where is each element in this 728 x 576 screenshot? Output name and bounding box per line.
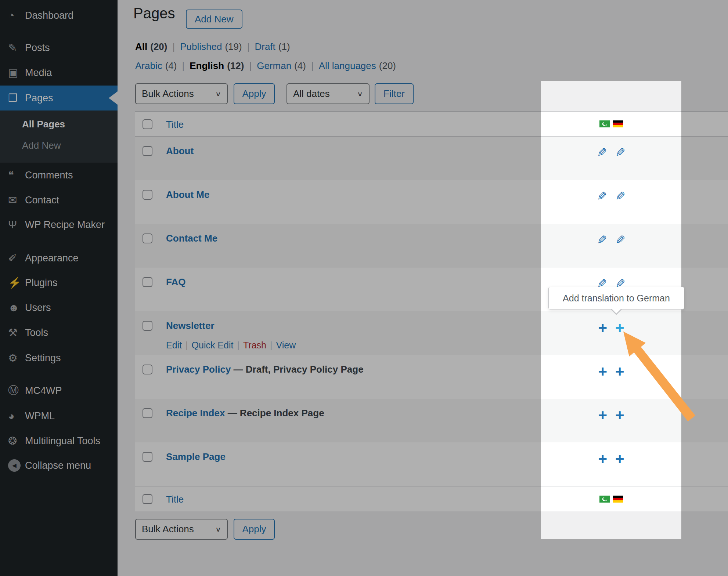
row-checkbox[interactable]	[143, 146, 152, 156]
translation-cell: + +	[541, 355, 681, 399]
page-title-link[interactable]: About	[166, 145, 194, 156]
sidebar-item-media[interactable]: ▣Media	[0, 60, 118, 85]
language-filter-english[interactable]: English(12)	[190, 60, 244, 72]
language-filter-all-languages[interactable]: All languages(20)	[319, 60, 396, 72]
row-checkbox[interactable]	[143, 452, 152, 462]
filter-button[interactable]: Filter	[375, 83, 414, 104]
separator	[247, 41, 250, 52]
row-checkbox[interactable]	[143, 190, 152, 200]
sidebar-item-posts[interactable]: ✎Posts	[0, 35, 118, 60]
apply-button[interactable]: Apply	[234, 83, 275, 104]
sidebar-item-tools[interactable]: ⚒Tools	[0, 320, 118, 345]
multilingual-tools-icon: ❂	[8, 435, 25, 447]
add-translation-icon[interactable]: +	[615, 364, 624, 379]
mc4wp-icon: Ⓜ	[8, 383, 25, 398]
add-translation-icon[interactable]: +	[598, 451, 607, 467]
sidebar-item-label: WP Recipe Maker	[25, 219, 105, 231]
add-translation-arabic-icon[interactable]: +	[598, 320, 607, 336]
translation-cell: ✎ ✎	[541, 180, 681, 224]
sidebar-item-label: Users	[25, 302, 51, 314]
add-translation-icon[interactable]: +	[598, 407, 607, 423]
page-title-link[interactable]: About Me	[166, 189, 209, 200]
separator	[182, 60, 184, 72]
select-all-checkbox[interactable]	[143, 494, 152, 504]
sidebar-item-wp-recipe-maker[interactable]: ΨWP Recipe Maker	[0, 212, 118, 237]
separator	[270, 340, 273, 351]
language-filter-german[interactable]: German(4)	[257, 60, 306, 72]
language-filter-arabic[interactable]: Arabic(4)	[135, 60, 177, 72]
german-flag-icon	[613, 496, 623, 503]
view-filter-draft[interactable]: Draft(1)	[255, 41, 290, 52]
table-footer-row: Title	[135, 486, 728, 511]
row-checkbox[interactable]	[143, 233, 152, 243]
table-row: Sample Page + +	[135, 442, 728, 486]
page-title-link[interactable]: Newsletter	[166, 320, 215, 331]
arabic-flag-icon	[599, 496, 610, 503]
page-title-link[interactable]: FAQ	[166, 276, 185, 287]
title-column-sort[interactable]: Title	[166, 119, 184, 130]
select-all-checkbox[interactable]	[143, 119, 152, 129]
edit-action[interactable]: Edit	[166, 340, 182, 351]
row-checkbox[interactable]	[143, 365, 152, 374]
add-translation-german-icon[interactable]: +	[615, 320, 624, 336]
sidebar-item-pages[interactable]: ❐Pages	[0, 86, 118, 111]
add-translation-icon[interactable]: +	[615, 451, 624, 467]
submenu-item-add-new[interactable]: Add New	[0, 135, 118, 156]
title-column-sort[interactable]: Title	[166, 494, 184, 505]
sidebar-item-label: MC4WP	[25, 385, 62, 396]
settings-icon: ⚙	[8, 352, 25, 364]
sidebar-item-collapse-menu[interactable]: ◀Collapse menu	[0, 453, 118, 478]
sidebar-item-label: WPML	[25, 410, 55, 422]
sidebar-item-mc4wp[interactable]: ⓂMC4WP	[0, 378, 118, 403]
sidebar-item-multilingual-tools[interactable]: ❂Multilingual Tools	[0, 428, 118, 453]
german-flag-icon	[613, 120, 623, 127]
sidebar-item-label: Collapse menu	[25, 460, 91, 471]
row-checkbox[interactable]	[143, 408, 152, 418]
row-actions: Edit Quick Edit Trash View	[166, 340, 296, 351]
table-row: About Me ✎ ✎	[135, 180, 728, 224]
sidebar-item-appearance[interactable]: ✐Appearance	[0, 246, 118, 271]
page-title-link[interactable]: Recipe Index	[166, 407, 225, 419]
sidebar-item-wpml[interactable]: ◕WPML	[0, 403, 118, 428]
sidebar-item-users[interactable]: ☻Users	[0, 295, 118, 320]
view-filter-published[interactable]: Published(19)	[180, 41, 242, 52]
submenu-item-all-pages[interactable]: All Pages	[0, 113, 118, 135]
sidebar-item-comments[interactable]: ❝Comments	[0, 163, 118, 188]
edit-translation-icon[interactable]: ✎	[615, 145, 626, 160]
wordpress-admin-screen: ◔Dashboard ✎Posts ▣Media ❐Pages All Page…	[0, 0, 728, 576]
page-title-link[interactable]: Sample Page	[166, 451, 226, 462]
separator	[249, 60, 252, 72]
add-translation-icon[interactable]: +	[598, 364, 607, 379]
add-translation-icon[interactable]: +	[615, 407, 624, 423]
sidebar-item-dashboard[interactable]: ◔Dashboard	[0, 3, 118, 28]
row-checkbox[interactable]	[143, 277, 152, 287]
apply-button-bottom[interactable]: Apply	[234, 519, 275, 540]
bulk-actions-select-bottom[interactable]: Bulk Actions∨	[135, 519, 228, 540]
sidebar-item-plugins[interactable]: ⚡Plugins	[0, 270, 118, 295]
bulk-actions-select[interactable]: Bulk Actions∨	[135, 83, 228, 104]
edit-translation-icon[interactable]: ✎	[615, 189, 626, 204]
edit-translation-icon[interactable]: ✎	[597, 233, 607, 247]
sidebar-item-settings[interactable]: ⚙Settings	[0, 345, 118, 370]
add-new-button[interactable]: Add New	[186, 10, 242, 29]
edit-translation-icon[interactable]: ✎	[597, 189, 607, 204]
translation-columns-header	[541, 112, 681, 136]
page-title-link[interactable]: Contact Me	[166, 233, 217, 244]
quick-edit-action[interactable]: Quick Edit	[192, 340, 234, 351]
tooltip-text: Add translation to German	[563, 293, 670, 304]
dates-filter-select[interactable]: All dates∨	[286, 83, 370, 104]
trash-action[interactable]: Trash	[243, 340, 266, 351]
page-title-link[interactable]: Privacy Policy	[166, 364, 231, 375]
page-title: Pages	[133, 5, 175, 22]
users-icon: ☻	[8, 302, 25, 314]
separator	[172, 41, 175, 52]
edit-translation-icon[interactable]: ✎	[597, 145, 607, 160]
row-checkbox[interactable]	[143, 321, 152, 331]
pages-icon: ❐	[8, 92, 25, 104]
sidebar-item-contact[interactable]: ✉Contact	[0, 188, 118, 213]
edit-translation-icon[interactable]: ✎	[615, 233, 626, 247]
view-action[interactable]: View	[276, 340, 296, 351]
view-filter-all[interactable]: All(20)	[135, 41, 167, 52]
sidebar-item-label: Media	[25, 67, 52, 79]
sidebar-item-label: Dashboard	[25, 10, 73, 21]
